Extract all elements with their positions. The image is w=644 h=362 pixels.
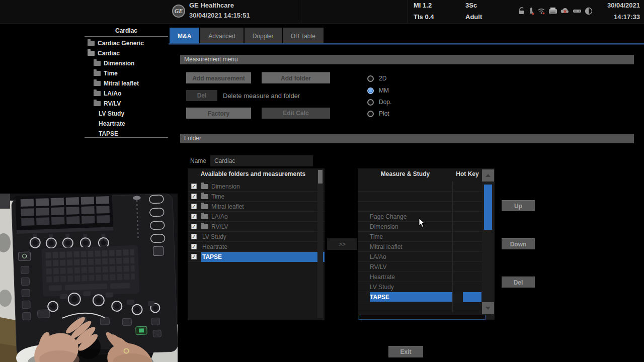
folder-icon	[201, 184, 208, 189]
tree-item-la-ao[interactable]: LA/Ao	[85, 88, 168, 99]
checkbox-checked[interactable]	[191, 184, 197, 189]
edit-calc-button[interactable]: Edit Calc	[262, 108, 330, 119]
scroll-up-button[interactable]	[482, 169, 494, 182]
add-folder-button[interactable]: Add folder	[262, 72, 330, 83]
radio-mm[interactable]: MM	[367, 87, 389, 94]
tree-item-heartrate[interactable]: Heartrate	[85, 119, 168, 129]
transfer-right-button[interactable]: >>	[327, 238, 357, 250]
delete-entry-button[interactable]: Del	[502, 277, 535, 288]
delete-measure-label: Delete measure and folder	[223, 92, 300, 100]
category-tree: Cardiac Cardiac Generic Cardiac Dimensio…	[85, 25, 168, 140]
folder-icon	[88, 41, 95, 46]
mi-value: MI 1.2	[414, 2, 432, 9]
tab-bar: M&A Advanced Doppler OB Table	[170, 28, 325, 44]
move-down-button[interactable]: Down	[502, 238, 535, 249]
checkbox-checked[interactable]	[191, 194, 197, 199]
move-up-button[interactable]: Up	[502, 200, 535, 211]
scrollbar-track[interactable]	[317, 169, 323, 318]
measure-study-header: Measure & Study	[358, 170, 453, 177]
tab-doppler[interactable]: Doppler	[245, 28, 282, 44]
available-row-time[interactable]: Time	[188, 192, 325, 202]
scrollbar-thumb[interactable]	[318, 170, 323, 184]
checkbox-checked[interactable]	[191, 254, 197, 259]
checkbox-checked[interactable]	[191, 244, 197, 249]
available-row-dimension[interactable]: Dimension	[188, 182, 325, 192]
measure-row-empty[interactable]	[358, 192, 482, 202]
measure-row-la-ao[interactable]: LA/Ao	[358, 252, 482, 262]
tree-item-mitral-leaflet[interactable]: Mitral leaflet	[85, 78, 168, 88]
exam-datetime: 30/04/2021 14:15:51	[189, 12, 250, 19]
top-bar: GE GE Healthcare 30/04/2021 14:15:51 MI …	[0, 0, 644, 24]
available-row-rv-lv[interactable]: RV/LV	[188, 222, 325, 232]
radio-plot-circle[interactable]	[367, 111, 374, 117]
radio-plot[interactable]: Plot	[367, 110, 389, 117]
hotkey-cell-selected[interactable]	[463, 292, 481, 302]
ultrasound-setup-screen: GE GE Healthcare 30/04/2021 14:15:51 MI …	[0, 0, 644, 362]
available-row-la-ao[interactable]: LA/Ao	[188, 212, 325, 222]
name-label: Name	[190, 157, 206, 164]
measure-row-empty[interactable]	[358, 302, 482, 312]
divider	[85, 36, 168, 37]
available-row-lv-study[interactable]: LV Study	[188, 232, 325, 242]
folder-icon	[94, 71, 101, 76]
contrast-icon	[585, 7, 593, 15]
radio-mm-circle-selected[interactable]	[367, 87, 374, 94]
scrollbar-track[interactable]	[482, 169, 494, 319]
drive-icon	[573, 7, 582, 15]
checkbox-checked[interactable]	[191, 224, 197, 229]
tab-advanced[interactable]: Advanced	[200, 28, 243, 44]
measure-row-heartrate[interactable]: Heartrate	[358, 272, 482, 282]
folder-icon	[201, 224, 208, 229]
tree-item-cardiac-generic[interactable]: Cardiac Generic	[85, 38, 168, 48]
folder-name-input[interactable]	[210, 155, 313, 166]
folder-icon	[94, 81, 101, 86]
measure-row-lv-study[interactable]: LV Study	[358, 282, 482, 292]
checkbox-checked[interactable]	[191, 234, 197, 239]
tree-item-rv-lv[interactable]: RV/LV	[85, 99, 168, 109]
measure-row-time[interactable]: Time	[358, 232, 482, 242]
measure-row-rv-lv[interactable]: RV/LV	[358, 262, 482, 272]
measure-row-mitral-leaflet[interactable]: Mitral leaflet	[358, 242, 482, 252]
available-row-tapse-selected[interactable]: TAPSE	[188, 252, 325, 262]
tree-item-dimension[interactable]: Dimension	[85, 58, 168, 68]
add-measurement-button[interactable]: Add measurement	[186, 72, 251, 83]
status-icon-tray	[518, 7, 593, 15]
hotkey-cell[interactable]	[453, 292, 463, 302]
radio-dop-circle[interactable]	[367, 99, 374, 106]
tree-title: Cardiac	[85, 25, 168, 34]
radio-dop[interactable]: Dop.	[367, 99, 391, 106]
tree-item-lv-study[interactable]: LV Study	[85, 109, 168, 119]
available-row-heartrate[interactable]: Heartrate	[188, 242, 325, 252]
factory-button[interactable]: Factory	[186, 108, 251, 119]
measure-study-panel: Measure & Study Hot Key Page Change Dime…	[358, 168, 495, 320]
scrollbar-thumb[interactable]	[484, 185, 492, 230]
checkbox-checked[interactable]	[191, 214, 197, 219]
tab-ma[interactable]: M&A	[170, 28, 199, 44]
system-date: 30/04/2021	[607, 2, 640, 9]
tree-item-time[interactable]: Time	[85, 68, 168, 78]
measure-row-empty[interactable]	[358, 182, 482, 192]
checkbox-checked[interactable]	[191, 204, 197, 209]
folder-icon	[201, 204, 208, 209]
measure-row-tapse-selected[interactable]: TAPSE	[358, 292, 482, 302]
divider	[85, 137, 168, 138]
topbar-divider	[301, 0, 301, 23]
scroll-down-button[interactable]	[482, 302, 494, 314]
available-list-header: Available folders and measurements	[188, 170, 318, 177]
tab-ob-table[interactable]: OB Table	[283, 28, 324, 44]
tree-item-cardiac[interactable]: Cardiac	[85, 48, 168, 58]
measure-row-empty[interactable]	[358, 202, 482, 212]
probe-icon	[528, 7, 534, 15]
available-row-mitral-leaflet[interactable]: Mitral leaflet	[188, 202, 325, 212]
tis-value: TIs 0.4	[414, 13, 434, 21]
exit-button[interactable]: Exit	[388, 346, 423, 357]
wifi-icon	[537, 7, 545, 15]
radio-2d-circle[interactable]	[367, 75, 374, 82]
folder-icon	[94, 91, 101, 96]
list-focus-field[interactable]	[359, 315, 486, 320]
folder-icon	[201, 194, 208, 199]
radio-2d[interactable]: 2D	[367, 75, 386, 82]
brand-title: GE Healthcare	[189, 2, 234, 9]
del-measure-button[interactable]: Del	[186, 90, 217, 101]
probe-name: 3Sc	[465, 2, 477, 9]
